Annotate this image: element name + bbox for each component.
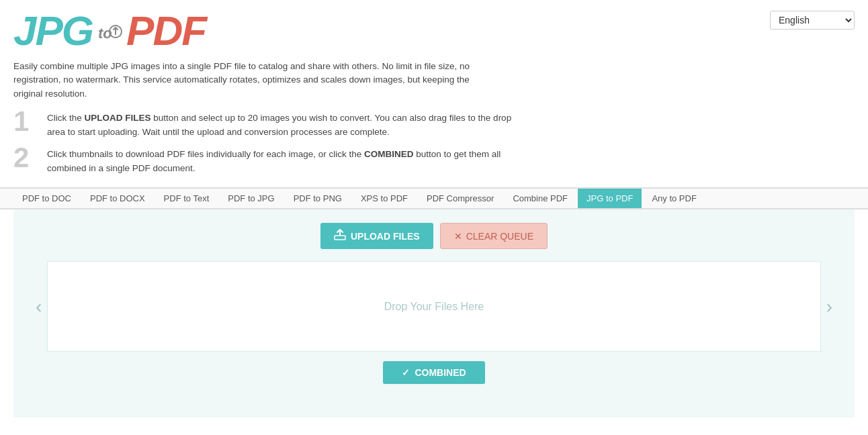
step-2-highlight: COMBINED xyxy=(364,149,414,159)
step-1-number: 1 xyxy=(13,107,40,136)
instructions-section: 1 Click the UPLOAD FILES button and sele… xyxy=(0,107,868,188)
step-1-text: Click the UPLOAD FILES button and select… xyxy=(47,107,517,140)
step-2-number: 2 xyxy=(13,144,40,172)
checkmark-icon: ✓ xyxy=(402,367,410,378)
tab-pdf-to-docx[interactable]: PDF to DOCX xyxy=(81,189,154,208)
main-conversion-area: UPLOAD FILES ✕ CLEAR QUEUE ‹ Drop Your F… xyxy=(13,209,855,418)
upload-icon xyxy=(334,229,346,243)
drop-placeholder: Drop Your Files Here xyxy=(384,301,484,313)
tab-pdf-to-doc[interactable]: PDF to DOC xyxy=(13,189,80,208)
page-header: JPG to PDF English Spanish French German… xyxy=(0,0,868,54)
bottom-toolbar: ✓ COMBINED xyxy=(27,361,841,384)
tab-any-to-pdf[interactable]: Any to PDF xyxy=(643,189,705,208)
logo-jpg: JPG xyxy=(13,7,93,54)
clear-queue-button[interactable]: ✕ CLEAR QUEUE xyxy=(440,223,548,249)
clear-icon: ✕ xyxy=(454,231,462,242)
tab-pdf-to-png[interactable]: PDF to PNG xyxy=(285,189,351,208)
tab-jpg-to-pdf[interactable]: JPG to PDF xyxy=(578,189,642,208)
tab-pdf-compressor[interactable]: PDF Compressor xyxy=(418,189,503,208)
tab-combine-pdf[interactable]: Combine PDF xyxy=(504,189,576,208)
nav-arrow-right[interactable]: › xyxy=(821,293,838,321)
tab-xps-to-pdf[interactable]: XPS to PDF xyxy=(352,189,417,208)
combined-button[interactable]: ✓ COMBINED xyxy=(383,361,484,384)
tabs-bar: PDF to DOC PDF to DOCX PDF to Text PDF t… xyxy=(0,187,868,209)
logo-to-icon: to xyxy=(95,17,124,45)
upload-files-label: UPLOAD FILES xyxy=(351,231,420,242)
site-description: Easily combine multiple JPG images into … xyxy=(0,54,511,107)
dropzone-wrapper: ‹ Drop Your Files Here › xyxy=(27,261,841,352)
conversion-toolbar: UPLOAD FILES ✕ CLEAR QUEUE xyxy=(27,223,841,249)
tab-pdf-to-jpg[interactable]: PDF to JPG xyxy=(219,189,283,208)
site-logo: JPG to PDF xyxy=(13,7,206,54)
tab-pdf-to-text[interactable]: PDF to Text xyxy=(155,189,218,208)
logo-to: to xyxy=(95,17,124,45)
clear-queue-label: CLEAR QUEUE xyxy=(466,231,533,242)
combined-label: COMBINED xyxy=(415,367,466,378)
logo-pdf: PDF xyxy=(126,7,206,54)
step-1-row: 1 Click the UPLOAD FILES button and sele… xyxy=(13,107,855,140)
step-1-highlight: UPLOAD FILES xyxy=(85,113,151,123)
step-2-row: 2 Click thumbnails to download PDF files… xyxy=(13,144,855,176)
language-select[interactable]: English Spanish French German Portuguese xyxy=(770,11,855,30)
nav-arrow-left[interactable]: ‹ xyxy=(30,293,47,321)
step-2-text: Click thumbnails to download PDF files i… xyxy=(47,144,517,176)
upload-files-button[interactable]: UPLOAD FILES xyxy=(320,223,433,249)
drop-zone[interactable]: Drop Your Files Here xyxy=(47,261,821,352)
